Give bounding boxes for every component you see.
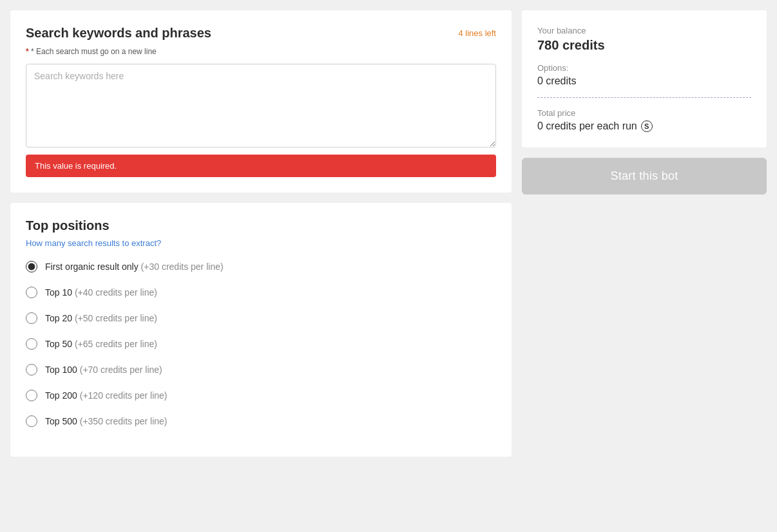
- search-keywords-card: Search keywords and phrases 4 lines left…: [10, 10, 512, 193]
- radio-label-7: Top 500 (+350 credits per line): [45, 416, 168, 426]
- radio-label-2: Top 10 (+40 credits per line): [45, 287, 157, 298]
- start-bot-button[interactable]: Start this bot: [522, 158, 767, 195]
- info-icon[interactable]: S: [641, 120, 653, 132]
- radio-input-6[interactable]: [26, 390, 37, 401]
- error-banner: This value is required.: [26, 155, 496, 177]
- radio-input-1[interactable]: [26, 261, 37, 272]
- radio-input-2[interactable]: [26, 287, 37, 298]
- balance-label: Your balance: [537, 26, 751, 35]
- credits-note-2: (+40 credits per line): [75, 287, 157, 298]
- radio-label-3: Top 20 (+50 credits per line): [45, 313, 157, 323]
- credits-note-1: (+30 credits per line): [141, 261, 224, 272]
- radio-option-2[interactable]: Top 10 (+40 credits per line): [26, 287, 496, 298]
- radio-options-group: First organic result only (+30 credits p…: [26, 261, 496, 427]
- balance-value: 780 credits: [537, 38, 751, 53]
- credits-note-4: (+65 credits per line): [75, 339, 157, 349]
- radio-input-3[interactable]: [26, 312, 37, 324]
- radio-option-6[interactable]: Top 200 (+120 credits per line): [26, 390, 496, 401]
- balance-card: Your balance 780 credits Options: 0 cred…: [522, 10, 767, 147]
- search-keywords-input[interactable]: [26, 64, 496, 147]
- radio-label-5: Top 100 (+70 credits per line): [45, 365, 162, 375]
- radio-option-5[interactable]: Top 100 (+70 credits per line): [26, 364, 496, 375]
- options-value: 0 credits: [537, 75, 751, 87]
- top-positions-title: Top positions: [26, 218, 496, 233]
- radio-option-7[interactable]: Top 500 (+350 credits per line): [26, 415, 496, 427]
- total-price-label: Total price: [537, 108, 751, 118]
- radio-option-4[interactable]: Top 50 (+65 credits per line): [26, 338, 496, 350]
- credits-note-6: (+120 credits per line): [80, 390, 168, 401]
- positions-subtitle[interactable]: How many search results to extract?: [26, 238, 496, 248]
- credits-note-3: (+50 credits per line): [75, 313, 157, 323]
- radio-label-1: First organic result only (+30 credits p…: [45, 261, 224, 272]
- credits-note-7: (+350 credits per line): [80, 416, 168, 426]
- lines-left-badge: 4 lines left: [458, 28, 496, 38]
- asterisk-icon: *: [26, 47, 29, 56]
- radio-input-4[interactable]: [26, 338, 37, 350]
- radio-input-7[interactable]: [26, 415, 37, 427]
- radio-label-6: Top 200 (+120 credits per line): [45, 390, 168, 401]
- search-title: Search keywords and phrases: [26, 26, 211, 41]
- total-price-row: 0 credits per each run S: [537, 120, 751, 132]
- radio-label-4: Top 50 (+65 credits per line): [45, 339, 157, 349]
- credits-note-5: (+70 credits per line): [80, 365, 162, 375]
- options-label: Options:: [537, 63, 751, 73]
- divider: [537, 97, 751, 98]
- radio-input-5[interactable]: [26, 364, 37, 375]
- radio-option-3[interactable]: Top 20 (+50 credits per line): [26, 312, 496, 324]
- top-positions-card: Top positions How many search results to…: [10, 203, 512, 457]
- radio-option-1[interactable]: First organic result only (+30 credits p…: [26, 261, 496, 272]
- total-price-value: 0 credits per each run: [537, 120, 637, 132]
- instruction-text: * * Each search must go on a new line: [26, 47, 496, 56]
